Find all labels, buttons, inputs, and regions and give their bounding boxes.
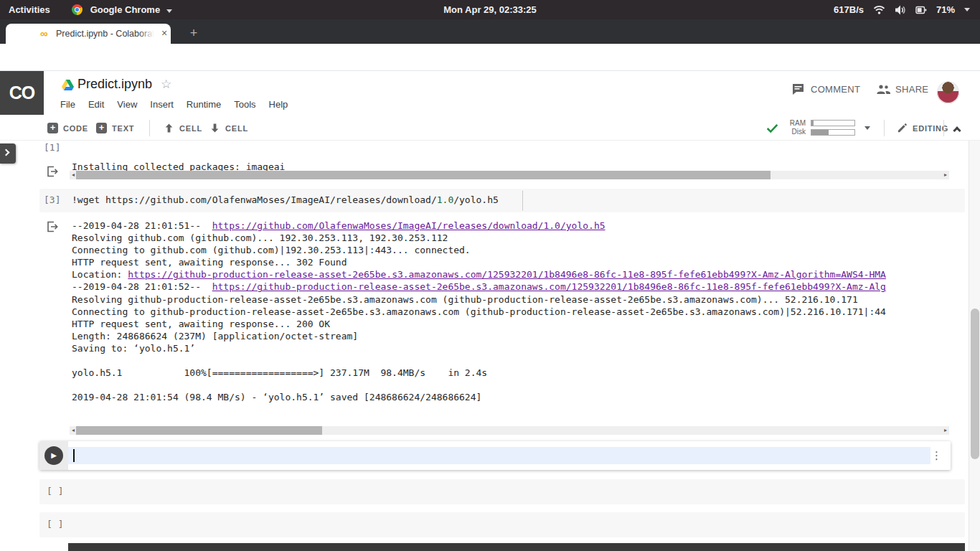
activities-button[interactable]: Activities bbox=[9, 0, 50, 19]
drive-icon bbox=[62, 80, 74, 90]
share-button[interactable]: SHARE bbox=[895, 84, 928, 95]
cell-down-button[interactable]: CELL bbox=[209, 116, 248, 141]
app-menu-label: Google Chrome bbox=[90, 4, 161, 15]
divider bbox=[943, 120, 944, 136]
run-cell-button[interactable]: ▶ bbox=[44, 446, 63, 465]
output-line: Resolving github-production-release-asse… bbox=[72, 293, 965, 306]
output-link[interactable]: https://github-production-release-asset-… bbox=[128, 269, 886, 280]
comment-button[interactable]: COMMENT bbox=[811, 84, 860, 95]
new-tab-button[interactable]: + bbox=[185, 25, 202, 42]
sidebar-expand-button[interactable] bbox=[0, 143, 16, 164]
active-editor-line[interactable] bbox=[68, 447, 930, 464]
horizontal-scrollbar[interactable]: ◂ ▸ bbox=[70, 171, 949, 179]
scroll-right-icon[interactable]: ▸ bbox=[942, 426, 949, 435]
output-icon bbox=[46, 220, 59, 233]
horizontal-scrollbar[interactable]: ◂ ▸ bbox=[70, 426, 949, 435]
disk-gauge-fill bbox=[811, 130, 829, 135]
add-text-label: TEXT bbox=[112, 124, 134, 133]
menu-view[interactable]: View bbox=[110, 97, 143, 113]
disk-label: Disk bbox=[786, 128, 806, 136]
ram-gauge-fill bbox=[811, 121, 814, 126]
pencil-icon bbox=[897, 123, 908, 133]
menu-tools[interactable]: Tools bbox=[227, 97, 262, 113]
ram-label: RAM bbox=[786, 119, 806, 128]
output-line: HTTP request sent, awaiting response... … bbox=[72, 318, 965, 330]
ram-disk-gauges[interactable] bbox=[811, 120, 855, 136]
menu-file[interactable]: File bbox=[54, 97, 82, 113]
add-text-button[interactable]: TEXT bbox=[96, 116, 134, 141]
output-text: Resolving github-production-release-asse… bbox=[72, 294, 858, 305]
output-text: Resolving github.com (github.com)... 192… bbox=[72, 232, 448, 243]
output-line: 2019-04-28 21:01:54 (98.4 MB/s) - ‘yolo.… bbox=[72, 391, 965, 403]
add-code-button[interactable]: CODE bbox=[47, 116, 88, 141]
output-line bbox=[72, 354, 965, 367]
empty-code-cell[interactable]: [ ] bbox=[39, 479, 965, 504]
colab-logo[interactable]: CO bbox=[0, 71, 44, 115]
output-text: --2019-04-28 21:01:52-- bbox=[72, 281, 212, 292]
colab-menubar: FileEditViewInsertRuntimeToolsHelp bbox=[54, 97, 294, 113]
scrollbar-thumb[interactable] bbox=[971, 309, 979, 459]
system-indicators[interactable]: 617B/s 71% bbox=[834, 0, 970, 19]
output-line: Connecting to github.com (github.com)|19… bbox=[72, 244, 965, 256]
output-line: HTTP request sent, awaiting response... … bbox=[72, 256, 965, 268]
screen: Activities Google Chrome Mon Apr 29, 02:… bbox=[0, 0, 980, 551]
comment-icon bbox=[792, 83, 804, 95]
output-text: Length: 248686624 (237M) [application/oc… bbox=[72, 331, 358, 342]
output-line bbox=[72, 379, 965, 391]
scroll-right-icon[interactable]: ▸ bbox=[942, 171, 949, 179]
scrollbar-thumb[interactable] bbox=[76, 171, 771, 179]
chevron-right-icon bbox=[3, 149, 10, 156]
code-cell-wget[interactable]: [3] !wget https://github.com/OlafenwaMos… bbox=[39, 189, 965, 212]
output-text: Saving to: ‘yolo.h5.1’ bbox=[72, 343, 195, 354]
wget-output-text: --2019-04-28 21:01:51-- https://github.c… bbox=[72, 220, 965, 403]
app-menu[interactable]: Google Chrome bbox=[72, 0, 172, 19]
browser-tab[interactable]: ∞ Predict.ipynb - Colaborato × bbox=[6, 24, 171, 44]
editor-dotted-guide bbox=[522, 191, 523, 210]
output-link[interactable]: https://github-production-release-asset-… bbox=[212, 281, 886, 292]
add-text-icon bbox=[96, 123, 107, 133]
output-line: --2019-04-28 21:01:51-- https://github.c… bbox=[72, 220, 965, 232]
cell-menu-dots-icon[interactable]: ⋮ bbox=[931, 449, 942, 462]
output-line: Connecting to github-production-release-… bbox=[72, 306, 965, 318]
colab-user-avatar[interactable] bbox=[937, 81, 959, 103]
menu-insert[interactable]: Insert bbox=[143, 97, 180, 113]
battery-icon bbox=[915, 5, 927, 15]
exec-count-label: [ ] bbox=[47, 519, 63, 529]
empty-code-cell[interactable]: [ ] bbox=[39, 512, 965, 537]
cell-up-label: CELL bbox=[179, 124, 202, 133]
output-text: HTTP request sent, awaiting response... … bbox=[72, 257, 347, 268]
menu-edit[interactable]: Edit bbox=[82, 97, 110, 113]
caret-down-icon bbox=[964, 8, 970, 11]
resources-caret-icon[interactable] bbox=[864, 126, 870, 130]
tab-close-icon[interactable]: × bbox=[159, 28, 170, 39]
focused-code-cell[interactable]: ▶ ⋮ bbox=[39, 441, 951, 470]
volume-icon bbox=[895, 5, 906, 15]
scrollbar-thumb[interactable] bbox=[76, 426, 322, 435]
collapse-toolbar-button[interactable] bbox=[954, 123, 960, 136]
check-icon bbox=[766, 123, 778, 133]
clock[interactable]: Mon Apr 29, 02:33:25 bbox=[443, 0, 537, 19]
editing-mode-button[interactable]: EDITING bbox=[897, 116, 948, 141]
output-link[interactable]: https://github.com/OlafenwaMoses/ImageAI… bbox=[212, 220, 606, 231]
colab-favicon-icon: ∞ bbox=[40, 27, 48, 41]
output-line: Saving to: ‘yolo.h5.1’ bbox=[72, 342, 965, 354]
divider bbox=[884, 120, 885, 136]
cell-up-button[interactable]: CELL bbox=[164, 116, 202, 141]
chrome-logo-icon bbox=[72, 4, 83, 15]
colab-header: CO Predict.ipynb ☆ FileEditViewInsertRun… bbox=[0, 71, 980, 116]
browser-navbar: ← → https://colab.research.google.com/dr… bbox=[0, 44, 980, 71]
text-cursor bbox=[73, 449, 75, 462]
star-notebook-icon[interactable]: ☆ bbox=[161, 77, 171, 92]
menu-help[interactable]: Help bbox=[263, 97, 295, 113]
output-text: Connecting to github-production-release-… bbox=[72, 306, 886, 317]
connected-status[interactable] bbox=[766, 116, 778, 141]
output-icon bbox=[46, 165, 59, 178]
notebook-title[interactable]: Predict.ipynb bbox=[77, 77, 152, 92]
arrow-up-icon bbox=[164, 123, 174, 133]
menu-runtime[interactable]: Runtime bbox=[180, 97, 227, 113]
vertical-scrollbar[interactable] bbox=[969, 141, 980, 551]
share-people-icon bbox=[877, 84, 891, 95]
code-text[interactable]: !wget https://github.com/OlafenwaMoses/I… bbox=[72, 194, 499, 205]
exec-count-label: [1] bbox=[44, 142, 60, 153]
divider bbox=[149, 120, 150, 136]
